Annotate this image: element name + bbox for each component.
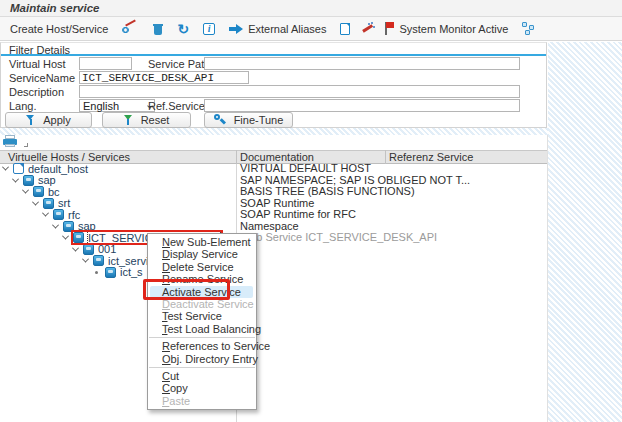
service-folder-icon xyxy=(23,175,34,186)
chevron-expanded-icon[interactable] xyxy=(12,175,19,182)
menu-item-display-service[interactable]: Display Service xyxy=(148,248,256,260)
tree-node-label[interactable]: 001 xyxy=(98,243,116,255)
filter-icon xyxy=(26,115,35,125)
menu-item-test-service[interactable]: Test Service xyxy=(148,310,256,322)
flag-icon xyxy=(384,22,394,35)
service-folder-icon xyxy=(93,255,104,266)
virtual-host-input[interactable] xyxy=(79,57,132,70)
arrow-right-icon xyxy=(229,24,243,34)
external-aliases-button[interactable]: External Aliases xyxy=(229,20,326,38)
chevron-expanded-icon[interactable] xyxy=(2,164,9,171)
host-icon xyxy=(13,163,24,174)
copy-page-icon xyxy=(340,23,350,35)
menu-item-cut[interactable]: Cut xyxy=(148,370,256,382)
wizard-button[interactable] xyxy=(360,20,374,38)
tree-row[interactable]: 001 xyxy=(0,244,548,256)
service-folder-icon xyxy=(33,186,44,197)
service-path-label: Service Path xyxy=(148,58,210,70)
tree-node-label[interactable]: rfc xyxy=(68,209,80,221)
menu-item-references-to-service[interactable]: References to Service xyxy=(148,340,256,352)
tree-node-label[interactable]: sap xyxy=(38,174,56,186)
system-monitor-button[interactable]: System Monitor Active xyxy=(384,20,508,38)
documentation-cell: VIRTUAL DEFAULT HOST xyxy=(240,163,371,175)
tree-node-label[interactable]: ict_servi xyxy=(108,255,148,267)
tree-row[interactable]: ict_s xyxy=(0,267,548,279)
striped-background-band xyxy=(0,128,548,135)
tree-row[interactable]: bc BASIS TREE (BASIS FUNCTIONS) xyxy=(0,186,548,198)
copy-button[interactable] xyxy=(340,20,350,38)
chevron-expanded-icon[interactable] xyxy=(52,221,59,228)
striped-background-right xyxy=(548,42,622,422)
external-aliases-label: External Aliases xyxy=(248,23,326,35)
filter-details-panel: Filter Details Virtual Host Service Path… xyxy=(0,42,547,128)
trash-icon xyxy=(153,23,163,35)
annotation-red-box-menu xyxy=(143,279,230,300)
menu-item-paste: Paste xyxy=(148,395,256,407)
service-folder-icon xyxy=(105,267,116,278)
refresh-button[interactable]: ↻ xyxy=(177,20,189,38)
tree-node-label[interactable]: srt xyxy=(58,197,70,209)
language-label: Lang. xyxy=(9,100,37,112)
tree-node-label[interactable]: default_host xyxy=(28,163,88,175)
display-change-button[interactable] xyxy=(122,20,139,38)
tree-node-label[interactable]: ict_s xyxy=(120,266,143,278)
menu-item-new-sub-element[interactable]: New Sub-Element xyxy=(148,236,256,248)
fine-tune-button[interactable]: Fine-Tune xyxy=(204,112,293,128)
tree-row[interactable]: ict_servi xyxy=(0,255,548,267)
reset-button-label: Reset xyxy=(141,114,170,126)
info-button[interactable]: i xyxy=(203,20,215,38)
hierarchy-button[interactable] xyxy=(522,20,535,38)
ref-service-input[interactable] xyxy=(204,99,520,112)
chevron-expanded-icon[interactable] xyxy=(72,244,79,251)
blue-divider xyxy=(1,54,546,56)
filter-reset-icon xyxy=(124,115,133,125)
page-title: Maintain service xyxy=(0,0,622,17)
language-select[interactable]: English xyxy=(79,99,155,112)
chevron-expanded-icon[interactable] xyxy=(82,256,89,263)
menu-separator xyxy=(149,367,255,368)
menu-item-copy[interactable]: Copy xyxy=(148,382,256,394)
sap-maintain-service-window: Maintain service Create Host/Service ↻ i… xyxy=(0,0,622,422)
menu-item-obj-directory-entry[interactable]: Obj. Directory Entry xyxy=(148,353,256,365)
virtual-host-label: Virtual Host xyxy=(9,58,66,70)
chevron-expanded-icon[interactable] xyxy=(32,198,39,205)
column-divider[interactable] xyxy=(236,150,237,164)
menu-item-delete-service[interactable]: Delete Service xyxy=(148,261,256,273)
service-path-input[interactable] xyxy=(204,57,520,70)
documentation-cell: SOAP Runtime for RFC xyxy=(240,209,356,221)
column-hosts-services: Virtuelle Hosts / Services xyxy=(8,151,130,163)
service-folder-icon xyxy=(83,244,94,255)
tree-row[interactable]: rfc SOAP Runtime for RFC xyxy=(0,209,548,221)
service-folder-icon xyxy=(43,198,54,209)
apply-button-label: Apply xyxy=(43,114,71,126)
chevron-expanded-icon[interactable] xyxy=(42,210,49,217)
apply-button[interactable]: Apply xyxy=(5,112,92,128)
tree-row[interactable]: default_host VIRTUAL DEFAULT HOST xyxy=(0,163,548,175)
menu-separator xyxy=(149,337,255,338)
leaf-bullet-icon xyxy=(95,271,98,274)
ref-service-label: Ref.Service: xyxy=(148,100,208,112)
display-change-icon xyxy=(122,23,139,35)
service-folder-icon xyxy=(53,209,64,220)
column-referenz-service: Referenz Service xyxy=(389,151,473,163)
fine-tune-button-label: Fine-Tune xyxy=(234,114,284,126)
context-menu: New Sub-Element Display Service Delete S… xyxy=(147,233,257,410)
delete-button[interactable] xyxy=(153,20,163,38)
service-name-input[interactable] xyxy=(79,71,249,84)
tree-node-label[interactable]: bc xyxy=(48,186,60,198)
chevron-expanded-icon[interactable] xyxy=(22,187,29,194)
description-input[interactable] xyxy=(79,85,520,98)
application-toolbar: Create Host/Service ↻ i External Aliases… xyxy=(0,17,622,41)
chevron-expanded-icon[interactable] xyxy=(62,233,69,240)
column-divider[interactable] xyxy=(385,150,386,164)
documentation-cell: BASIS TREE (BASIS FUNCTIONS) xyxy=(240,186,415,198)
create-host-service-button[interactable]: Create Host/Service xyxy=(10,23,108,35)
print-button[interactable] xyxy=(3,135,17,147)
wand-icon xyxy=(360,22,374,35)
language-value: English xyxy=(83,100,119,112)
menu-item-test-load-balancing[interactable]: Test Load Balancing xyxy=(148,323,256,335)
wrench-icon xyxy=(214,114,226,126)
reset-button[interactable]: Reset xyxy=(102,112,191,128)
info-icon: i xyxy=(203,23,215,35)
description-label: Description xyxy=(9,86,64,98)
